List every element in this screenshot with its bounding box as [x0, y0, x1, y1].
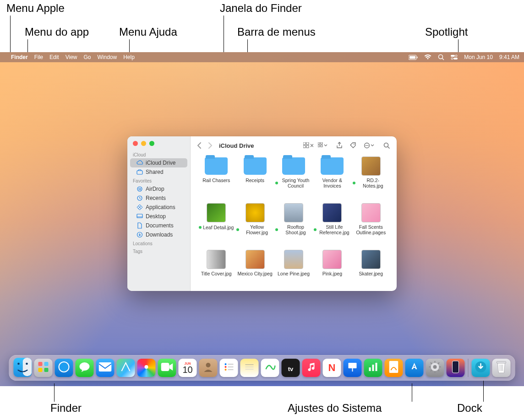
menu-help[interactable]: Help: [123, 54, 135, 60]
tag-dot-icon: [353, 182, 355, 184]
system-settings-icon: [429, 361, 442, 376]
dock-tv[interactable]: tv: [282, 359, 300, 377]
file-item[interactable]: Lone Pine.jpeg: [275, 250, 312, 286]
dock-reminders[interactable]: [220, 359, 238, 377]
file-item[interactable]: Still Life Reference.jpg: [314, 203, 350, 245]
file-item[interactable]: Vendor & Invoices: [314, 156, 350, 199]
menu-edit[interactable]: Edit: [49, 54, 59, 60]
dock-finder[interactable]: [14, 359, 32, 377]
dock-keynote[interactable]: [344, 359, 362, 377]
dock-photos[interactable]: [137, 359, 156, 377]
menu-window[interactable]: Window: [98, 54, 117, 60]
window-controls: [127, 140, 190, 151]
dock-calendar[interactable]: JUN10: [179, 359, 197, 377]
callout-line: [10, 16, 11, 52]
sidebar-item-label: AirDrop: [146, 186, 164, 192]
file-item[interactable]: Pink.jpeg: [314, 250, 350, 286]
file-thumbnail: [322, 250, 342, 269]
dock-freeform[interactable]: [261, 359, 279, 377]
svg-rect-36: [44, 362, 49, 366]
file-item[interactable]: Spring Youth Council: [275, 156, 312, 199]
dock-trash[interactable]: [492, 359, 511, 377]
file-item[interactable]: Fall Scents Outline.pages: [353, 203, 389, 245]
dock-messages[interactable]: [76, 359, 94, 377]
music-icon: [306, 362, 317, 374]
file-item[interactable]: Yellow Flower.jpg: [236, 203, 273, 245]
svg-rect-58: [372, 365, 374, 371]
file-item[interactable]: Title Cover.jpg: [198, 250, 235, 286]
reminders-icon: [224, 361, 235, 375]
sidebar-section-header: iCloud: [127, 151, 190, 158]
callout-line: [247, 39, 248, 52]
sidebar-item-applications[interactable]: Applications: [130, 203, 187, 212]
battery-icon[interactable]: [409, 55, 418, 60]
share-icon[interactable]: [336, 142, 343, 149]
zoom-button[interactable]: [149, 141, 154, 146]
close-button[interactable]: [133, 141, 138, 146]
dock-pages[interactable]: [385, 359, 403, 377]
dock-numbers[interactable]: [364, 359, 382, 377]
file-item[interactable]: RD.2-Notes.jpg: [353, 156, 389, 199]
sidebar-item-recents[interactable]: Recents: [130, 194, 187, 203]
callout-finder: Finder: [50, 402, 82, 415]
file-item[interactable]: Mexico City.jpeg: [236, 250, 273, 286]
sidebar-item-downloads[interactable]: Downloads: [130, 230, 187, 239]
menu-file[interactable]: File: [34, 54, 43, 60]
svg-rect-16: [303, 142, 306, 145]
menu-view[interactable]: View: [66, 54, 77, 60]
back-button[interactable]: [197, 142, 202, 149]
svg-rect-23: [321, 145, 322, 147]
dock-appstore[interactable]: [405, 359, 424, 377]
control-center-icon[interactable]: [451, 54, 458, 60]
dock-news[interactable]: N: [323, 359, 341, 377]
dock-maps[interactable]: [117, 359, 135, 377]
svg-point-46: [225, 363, 227, 365]
dock-contacts[interactable]: [199, 359, 218, 377]
file-item[interactable]: Leaf Detail.jpg: [198, 203, 235, 245]
file-name: RD.2-Notes.jpg: [357, 178, 389, 188]
sidebar-section-header: Locations: [127, 239, 190, 247]
dock-music[interactable]: [302, 359, 321, 377]
sidebar-item-label: iCloud Drive: [146, 160, 175, 166]
group-button[interactable]: [318, 142, 329, 149]
finder-window: iCloudiCloud DriveSharedFavoritesAirDrop…: [127, 136, 397, 291]
file-item[interactable]: Receipts: [236, 156, 273, 199]
menu-go[interactable]: Go: [84, 54, 91, 60]
dock-downloads[interactable]: [472, 359, 490, 377]
file-item[interactable]: Rail Chasers: [198, 156, 235, 199]
action-button[interactable]: [364, 142, 375, 149]
sidebar-item-icloud-drive[interactable]: iCloud Drive: [130, 158, 187, 167]
dock-mail[interactable]: [96, 359, 115, 377]
sidebar-item-documents[interactable]: Documents: [130, 221, 187, 230]
view-icons-button[interactable]: [303, 142, 313, 149]
dock-facetime[interactable]: [158, 359, 176, 377]
menubar-time[interactable]: 9:41 AM: [499, 54, 519, 60]
search-icon[interactable]: [383, 142, 390, 149]
dock-safari[interactable]: [55, 359, 73, 377]
dock-notes[interactable]: [240, 359, 259, 377]
messages-icon: [79, 361, 91, 375]
wifi-icon[interactable]: [424, 54, 431, 60]
file-item[interactable]: Skater.jpeg: [353, 250, 389, 286]
svg-point-41: [80, 362, 90, 371]
svg-line-4: [442, 59, 444, 60]
file-name: Still Life Reference.jpg: [318, 224, 350, 235]
svg-point-33: [17, 362, 20, 365]
tag-icon[interactable]: [350, 142, 357, 149]
svg-rect-13: [137, 214, 142, 218]
sidebar-item-shared[interactable]: Shared: [130, 167, 187, 177]
file-name: Receipts: [246, 178, 264, 183]
minimize-button[interactable]: [141, 141, 146, 146]
svg-rect-22: [318, 145, 320, 147]
dock-system-settings[interactable]: [426, 359, 444, 377]
dock-launchpad[interactable]: [34, 359, 53, 377]
sidebar-item-airdrop[interactable]: AirDrop: [130, 184, 187, 194]
forward-button[interactable]: [208, 142, 213, 149]
menubar-date[interactable]: Mon Jun 10: [464, 54, 493, 60]
file-item[interactable]: Rooftop Shoot.jpg: [275, 203, 312, 245]
dock-iphone-mirroring[interactable]: [447, 359, 465, 377]
spotlight-icon[interactable]: [438, 54, 444, 60]
app-menu[interactable]: Finder: [11, 54, 28, 60]
sidebar-item-desktop[interactable]: Desktop: [130, 212, 187, 221]
tag-dot-icon: [275, 228, 278, 231]
